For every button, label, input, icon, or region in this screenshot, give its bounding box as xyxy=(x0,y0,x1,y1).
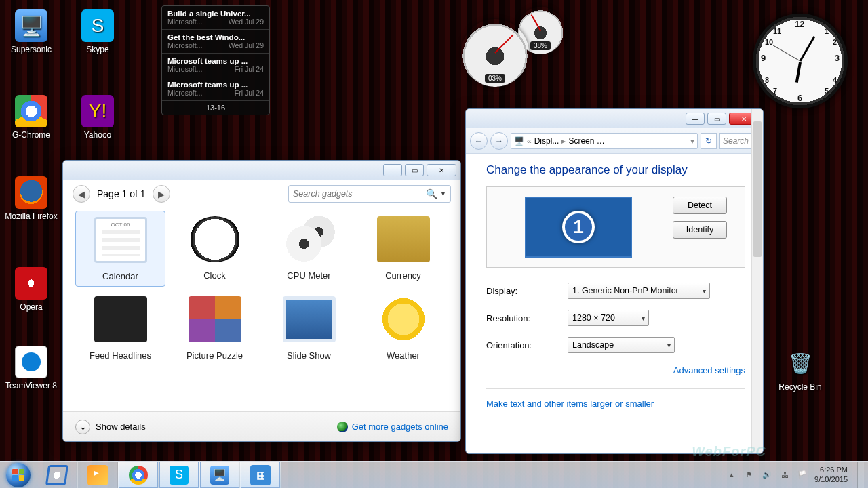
minimize-button[interactable]: — xyxy=(686,113,705,125)
teamviewer-icon xyxy=(15,346,47,378)
cpu-meter-gadget[interactable]: 38% 03% xyxy=(461,7,576,88)
display-titlebar[interactable]: — ▭ ✕ xyxy=(466,109,763,128)
gadgets-window: — ▭ ✕ ◀ Page 1 of 1 ▶ 🔍 ▼ Calendar Clock… xyxy=(62,160,461,442)
pager-prev-button[interactable]: ◀ xyxy=(73,185,90,203)
feed-prev-icon[interactable] xyxy=(193,105,200,112)
feed-item[interactable]: Microsoft teams up ... Microsoft...Fri J… xyxy=(162,77,269,101)
pager-next-button[interactable]: ▶ xyxy=(153,185,170,203)
flag-icon[interactable]: 🏳️ xyxy=(797,470,808,481)
desktop-icon-yahoo[interactable]: Y! Yahooo xyxy=(71,95,125,140)
gadget-label: Clock xyxy=(203,270,226,281)
action-center-icon[interactable]: ⚑ xyxy=(744,470,755,481)
orientation-select[interactable]: Landscape xyxy=(568,337,675,353)
feed-item[interactable]: Microsoft teams up ... Microsoft...Fri J… xyxy=(162,54,269,77)
nav-back-button[interactable]: ← xyxy=(470,132,488,150)
show-desktop-button[interactable] xyxy=(857,462,864,489)
ram-value: 38% xyxy=(530,41,551,50)
start-button[interactable] xyxy=(0,462,37,489)
breadcrumb-segment[interactable]: Screen Re... xyxy=(568,136,609,146)
weather-icon xyxy=(377,296,430,342)
desktop-icon-teamviewer[interactable]: TeamViewer 8 xyxy=(4,346,58,390)
desktop-icon-skype[interactable]: S Skype xyxy=(71,9,125,54)
address-bar[interactable]: 🖥️ « Displ... ▸ Screen Re... ▾ xyxy=(511,133,698,149)
desktop-icon-supersonic[interactable]: 🖥️ Supersonic xyxy=(4,9,58,54)
taskbar-chrome[interactable] xyxy=(118,462,159,488)
breadcrumb-segment[interactable]: Displ... xyxy=(534,136,559,146)
gadget-picture-puzzle[interactable]: Picture Puzzle xyxy=(170,291,260,365)
gadget-calendar[interactable]: Calendar xyxy=(75,211,165,287)
icon-label: Yahooo xyxy=(84,130,111,140)
gadgets-search[interactable]: 🔍 ▼ xyxy=(288,185,451,203)
identify-button[interactable]: Identify xyxy=(673,221,727,239)
advanced-settings-link[interactable]: Advanced settings xyxy=(673,365,745,375)
gadget-clock[interactable]: Clock xyxy=(170,211,260,287)
feed-next-icon[interactable] xyxy=(231,105,238,112)
scrollbar-thumb[interactable] xyxy=(753,121,762,257)
maximize-button[interactable]: ▭ xyxy=(707,113,726,125)
taskbar-display[interactable]: 🖥️ xyxy=(199,462,240,488)
clock-minute-hand xyxy=(800,36,816,62)
desktop-icon-chrome[interactable]: G-Chrome xyxy=(4,95,58,140)
icon-label: Supersonic xyxy=(11,45,52,54)
volume-icon[interactable]: 🔊 xyxy=(762,470,772,481)
feed-headlines-gadget[interactable]: Build a single Univer... Microsoft...Wed… xyxy=(161,5,270,115)
puzzle-icon xyxy=(189,296,241,342)
globe-icon xyxy=(337,422,348,432)
search-icon[interactable]: 🔍 xyxy=(426,188,437,199)
nav-forward-button[interactable]: → xyxy=(490,132,508,150)
gadget-currency[interactable]: Currency xyxy=(358,211,448,287)
monitor-icon: 🖥️ xyxy=(210,466,229,485)
gadget-feed-headlines[interactable]: Feed Headlines xyxy=(75,291,165,365)
chrome-icon xyxy=(15,95,47,127)
feed-item[interactable]: Build a single Univer... Microsoft...Wed… xyxy=(162,6,269,30)
tray-expand-icon[interactable]: ▴ xyxy=(726,470,737,481)
feed-item[interactable]: Get the best Windo... Microsoft...Wed Ju… xyxy=(162,30,269,54)
search-dropdown-icon[interactable]: ▼ xyxy=(440,190,446,197)
gadget-slide-show[interactable]: Slide Show xyxy=(264,291,354,365)
show-details-toggle[interactable]: ⌄ Show details xyxy=(75,420,146,434)
icon-label: Recycle Bin xyxy=(778,382,821,392)
maximize-button[interactable]: ▭ xyxy=(405,164,424,176)
orientation-label: Orientation: xyxy=(486,340,568,350)
refresh-button[interactable]: ↻ xyxy=(701,133,717,149)
desktop-icon-recyclebin[interactable]: 🗑️ Recycle Bin xyxy=(773,347,827,392)
taskbar-wmp[interactable] xyxy=(77,462,118,488)
display-value: 1. Generic Non-PnP Monitor xyxy=(572,286,679,296)
taskbar-date: 9/10/2015 xyxy=(814,475,848,484)
taskbar-skype[interactable]: S xyxy=(159,462,199,488)
firefox-icon xyxy=(15,176,47,209)
close-button[interactable]: ✕ xyxy=(427,164,456,176)
desktop-icon-opera[interactable]: Opera xyxy=(4,267,58,312)
opera-icon xyxy=(15,267,47,300)
gadgets-titlebar[interactable]: — ▭ ✕ xyxy=(63,161,460,180)
skype-icon: S xyxy=(170,466,189,485)
network-icon[interactable]: 🖧 xyxy=(779,470,790,481)
clock-hour-hand xyxy=(795,62,802,83)
detect-button[interactable]: Detect xyxy=(673,197,727,214)
resolution-select[interactable]: 868 × 488 xyxy=(568,310,649,326)
monitor-thumbnail[interactable]: 1 xyxy=(525,197,632,258)
display-select[interactable]: 1. Generic Non-PnP Monitor xyxy=(568,283,710,299)
cpu-gauge: 03% xyxy=(461,19,529,87)
gadget-label: Weather xyxy=(387,350,420,361)
display-settings-window: — ▭ ✕ ← → 🖥️ « Displ... ▸ Screen Re... ▾… xyxy=(465,108,764,454)
feed-pager[interactable]: 13-16 xyxy=(162,101,269,115)
feed-source: Microsoft... xyxy=(167,41,202,49)
gadget-cpu-meter[interactable]: CPU Meter xyxy=(264,211,354,287)
more-gadgets-link[interactable]: Get more gadgets online xyxy=(337,422,448,432)
text-size-link[interactable]: Make text and other items larger or smal… xyxy=(486,399,654,409)
scrollbar[interactable] xyxy=(751,109,763,453)
taskbar-gadgets[interactable]: ▦ xyxy=(240,462,281,488)
yahoo-icon: Y! xyxy=(81,95,114,127)
clock-gadget[interactable]: 12 3 6 9 1 2 4 5 7 8 10 11 xyxy=(753,14,848,108)
gadgets-search-input[interactable] xyxy=(293,189,426,199)
taskbar-ie[interactable] xyxy=(37,462,77,488)
feed-date: Fri Jul 24 xyxy=(235,65,264,73)
gadget-weather[interactable]: Weather xyxy=(358,291,448,365)
taskbar-clock[interactable]: 6:26 PM 9/10/2015 xyxy=(814,466,848,483)
gadget-label: Feed Headlines xyxy=(90,350,151,361)
icon-label: G-Chrome xyxy=(12,130,50,140)
desktop-icon-firefox[interactable]: Mozilla Firefox xyxy=(4,176,58,221)
icon-label: Mozilla Firefox xyxy=(5,211,57,221)
minimize-button[interactable]: — xyxy=(383,164,402,176)
